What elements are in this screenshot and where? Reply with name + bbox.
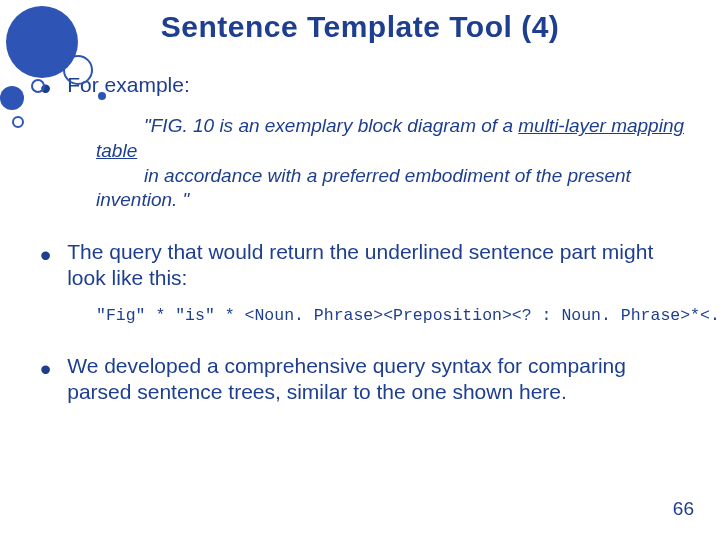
bullet-text-2: The query that would return the underlin…: [67, 239, 690, 292]
example-line1-pre: "FIG. 10 is an exemplary block diagram o…: [144, 115, 518, 136]
page-number: 66: [673, 498, 694, 520]
bullet-text-1: For example:: [67, 72, 690, 98]
query-code: "Fig" * "is" * <Noun. Phrase><Prepositio…: [96, 306, 690, 325]
bullet-dot: •: [40, 245, 51, 265]
slide-title: Sentence Template Tool (4): [0, 0, 720, 44]
slide-body: • For example: "FIG. 10 is an exemplary …: [0, 44, 720, 405]
bullet-text-3: We developed a comprehensive query synta…: [67, 353, 690, 406]
bullet-dot: •: [40, 359, 51, 379]
bullet-dot: •: [40, 78, 51, 98]
example-line2-underlined: table: [96, 140, 137, 161]
bullet-item-1: • For example:: [40, 72, 690, 98]
example-quote: "FIG. 10 is an exemplary block diagram o…: [96, 114, 690, 213]
example-line1-underlined: multi-layer mapping: [518, 115, 684, 136]
bullet-item-2: • The query that would return the underl…: [40, 239, 690, 292]
bullet-item-3: • We developed a comprehensive query syn…: [40, 353, 690, 406]
example-line3: in accordance with a preferred embodimen…: [96, 165, 631, 211]
